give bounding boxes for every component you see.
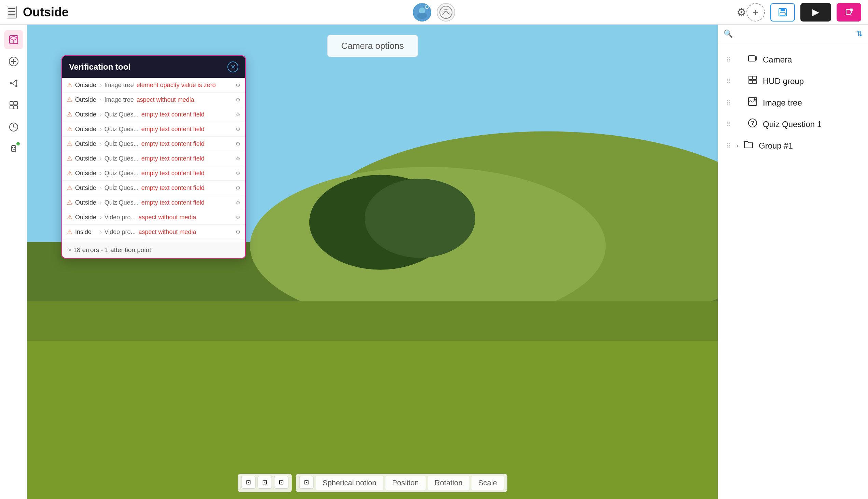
error-settings-icon[interactable]: ⚙: [236, 111, 240, 118]
tree-item-quiz-question-1[interactable]: ⠿ ? Quiz Question 1: [718, 113, 868, 135]
error-row[interactable]: ⚠ Inside › Quiz Ques... empty text conte…: [62, 240, 245, 242]
error-warning-icon: ⚠: [67, 125, 72, 133]
error-chevron-icon: ›: [100, 97, 102, 102]
error-row[interactable]: ⚠ Outside › Quiz Ques... empty text cont…: [62, 166, 245, 181]
error-settings-icon[interactable]: ⚙: [236, 170, 240, 177]
error-settings-icon[interactable]: ⚙: [236, 141, 240, 147]
error-settings-icon[interactable]: ⚙: [236, 155, 240, 162]
svg-point-12: [10, 82, 12, 84]
error-row[interactable]: ⚠ Outside › Quiz Ques... empty text cont…: [62, 195, 245, 210]
error-row[interactable]: ⚠ Outside › Quiz Ques... empty text cont…: [62, 181, 245, 195]
tree-chevron-icon[interactable]: ›: [736, 142, 738, 149]
error-row[interactable]: ⚠ Outside › Video pro... aspect without …: [62, 210, 245, 225]
app-logo[interactable]: [437, 3, 455, 22]
sidebar-item-add[interactable]: [4, 52, 23, 71]
error-element: Video pro...: [104, 229, 136, 236]
svg-point-32: [365, 179, 475, 258]
view-btn-2[interactable]: ⊡: [258, 476, 272, 489]
tree-item-group-1[interactable]: ⠿ › Group #1: [718, 135, 868, 156]
error-chevron-icon: ›: [100, 200, 102, 205]
menu-button[interactable]: ☰: [7, 6, 17, 19]
error-settings-icon[interactable]: ⚙: [236, 126, 240, 133]
add-button[interactable]: +: [746, 3, 765, 22]
camera-options-button[interactable]: Camera options: [327, 35, 418, 57]
modal-close-button[interactable]: ✕: [227, 61, 238, 72]
sidebar-item-cube[interactable]: [4, 30, 23, 49]
error-scene: Outside: [75, 111, 97, 118]
svg-rect-23: [12, 146, 16, 151]
svg-line-16: [12, 83, 15, 86]
error-settings-icon[interactable]: ⚙: [236, 229, 240, 235]
error-chevron-icon: ›: [100, 185, 102, 191]
spherical-button[interactable]: Spherical notion: [315, 476, 383, 490]
tree-item-hud-group[interactable]: ⠿ HUD group: [718, 70, 868, 92]
export-button[interactable]: [836, 3, 861, 22]
svg-rect-21: [14, 106, 17, 109]
error-message: aspect without media: [138, 214, 233, 221]
sidebar-item-components[interactable]: [4, 96, 23, 115]
error-scene: Outside: [75, 170, 97, 177]
error-message: empty text content field: [141, 184, 233, 192]
drag-handle: ⠿: [726, 99, 731, 107]
error-message: empty text content field: [141, 141, 233, 148]
sort-icon[interactable]: ⇅: [856, 29, 863, 38]
drag-handle: ⠿: [726, 121, 731, 128]
svg-rect-20: [10, 106, 13, 109]
error-message: empty text content field: [141, 155, 233, 162]
view-mode-group: ⊡ ⊡ ⊡: [238, 474, 292, 492]
error-settings-icon[interactable]: ⚙: [236, 82, 240, 88]
tree-item-label: Camera: [763, 55, 792, 64]
tree-item-label: HUD group: [763, 76, 804, 86]
error-row[interactable]: ⚠ Outside › Image tree element opacity v…: [62, 78, 245, 93]
scale-button[interactable]: Scale: [471, 476, 504, 490]
error-element: Image tree: [104, 82, 134, 89]
sidebar-item-history[interactable]: [4, 118, 23, 137]
error-scene: Outside: [75, 126, 97, 133]
error-row[interactable]: ⚠ Outside › Image tree aspect without me…: [62, 93, 245, 107]
position-button[interactable]: Position: [385, 476, 425, 490]
scene-tree: ⠿ Camera ⠿ HUD group ⠿ Image tree ⠿ ? Qu…: [718, 44, 868, 499]
error-warning-icon: ⚠: [67, 96, 72, 104]
tree-item-camera[interactable]: ⠿ Camera: [718, 49, 868, 70]
error-settings-icon[interactable]: ⚙: [236, 97, 240, 103]
error-chevron-icon: ›: [100, 112, 102, 117]
save-button[interactable]: [770, 3, 795, 22]
error-element: Quiz Ques...: [104, 170, 139, 177]
bottom-toolbar: ⊡ ⊡ ⊡ ⊡ Spherical notion Position Rotati…: [238, 474, 507, 492]
error-settings-icon[interactable]: ⚙: [236, 214, 240, 221]
error-warning-icon: ⚠: [67, 214, 72, 221]
right-panel: 🔍 ⇅ ⠿ Camera ⠿ HUD group ⠿ Image tree ⠿ …: [718, 25, 868, 499]
error-settings-icon[interactable]: ⚙: [236, 185, 240, 191]
error-chevron-icon: ›: [100, 170, 102, 176]
error-warning-icon: ⚠: [67, 140, 72, 148]
svg-line-15: [12, 81, 15, 83]
search-bar: 🔍 ⇅: [718, 25, 868, 44]
mode-btn[interactable]: ⊡: [299, 476, 313, 489]
svg-text:?: ?: [751, 120, 754, 126]
tree-item-image-tree[interactable]: ⠿ Image tree: [718, 92, 868, 113]
error-element: Image tree: [104, 96, 134, 104]
debug-badge: [16, 142, 21, 146]
error-settings-icon[interactable]: ⚙: [236, 199, 240, 206]
error-warning-icon: ⚠: [67, 155, 72, 162]
rotation-button[interactable]: Rotation: [428, 476, 470, 490]
view-btn-1[interactable]: ⊡: [241, 476, 256, 489]
play-button[interactable]: ▶: [801, 3, 831, 22]
sidebar-item-debug[interactable]: [4, 139, 23, 158]
error-chevron-icon: ›: [100, 215, 102, 220]
view-btn-3[interactable]: ⊡: [274, 476, 288, 489]
sidebar-item-nodes[interactable]: [4, 74, 23, 93]
error-row[interactable]: ⚠ Outside › Quiz Ques... empty text cont…: [62, 151, 245, 166]
error-row[interactable]: ⚠ Outside › Quiz Ques... empty text cont…: [62, 137, 245, 151]
avatar[interactable]: [413, 3, 431, 22]
svg-rect-37: [749, 76, 752, 80]
gear-button[interactable]: ⚙: [736, 6, 746, 19]
error-row[interactable]: ⚠ Outside › Quiz Ques... empty text cont…: [62, 122, 245, 137]
error-row[interactable]: ⚠ Outside › Quiz Ques... empty text cont…: [62, 107, 245, 122]
modal-header: Verification tool ✕: [62, 56, 245, 78]
error-row[interactable]: ⚠ Inside › Video pro... aspect without m…: [62, 225, 245, 240]
tree-item-label: Quiz Question 1: [763, 120, 821, 129]
error-message: aspect without media: [137, 96, 233, 104]
modal-footer[interactable]: 18 errors - 1 attention point: [62, 242, 245, 258]
search-input[interactable]: [736, 29, 853, 38]
